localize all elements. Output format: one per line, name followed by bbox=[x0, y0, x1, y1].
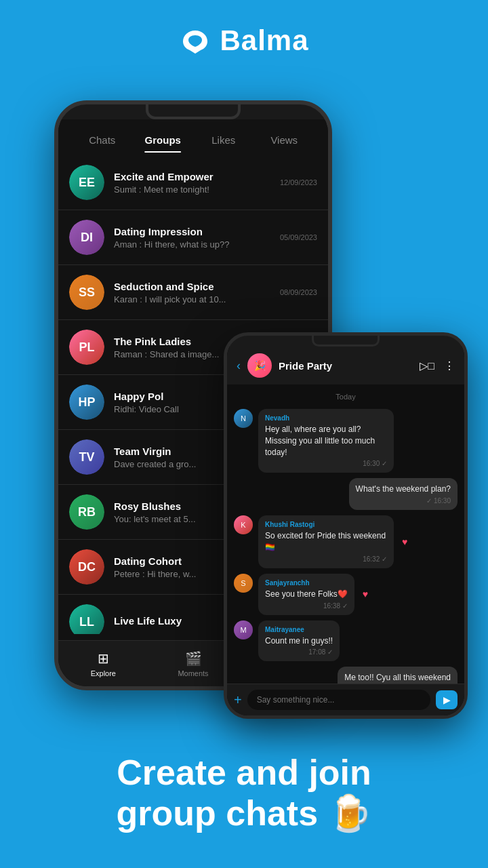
message-bubble: Sanjayranchh See you there Folks❤️ 16:38… bbox=[258, 574, 354, 615]
nav-moments-label: Moments bbox=[178, 669, 208, 677]
chat-preview: Karan : I will pick you at 10... bbox=[114, 294, 270, 304]
avatar: N bbox=[234, 409, 253, 428]
avatar: LL bbox=[69, 604, 104, 634]
balma-logo-icon bbox=[179, 28, 211, 54]
heart-reaction: ♥ bbox=[402, 536, 407, 547]
message-sender: Sanjayranchh bbox=[265, 579, 348, 587]
chat-time: 08/09/2023 bbox=[280, 288, 317, 296]
back-button[interactable]: ‹ bbox=[237, 359, 241, 373]
video-call-icon[interactable]: ▷□ bbox=[420, 359, 434, 372]
group-name: Dating Impression bbox=[114, 226, 270, 237]
app-header: Balma bbox=[0, 0, 488, 73]
avatar: M bbox=[234, 620, 253, 639]
avatar: K bbox=[234, 515, 253, 534]
tab-likes[interactable]: Likes bbox=[193, 130, 254, 150]
message-row: K Khushi Rastogi So excited for Pride th… bbox=[234, 515, 458, 568]
list-item[interactable]: EE Excite and Empower Sumit : Meet me to… bbox=[58, 155, 328, 210]
tagline-line1: Create and join bbox=[41, 753, 447, 793]
avatar: DI bbox=[69, 220, 104, 255]
add-attachment-button[interactable]: + bbox=[234, 692, 242, 708]
navigation-tabs: Chats Groups Likes Views bbox=[58, 119, 328, 155]
tab-chats[interactable]: Chats bbox=[72, 130, 133, 150]
message-row: Me too!! Cyu all this weekend ✓ 18:30 bbox=[234, 667, 458, 684]
chat-time: 05/09/2023 bbox=[280, 233, 317, 241]
message-bubble: Khushi Rastogi So excited for Pride this… bbox=[258, 515, 394, 568]
chat-preview: Aman : Hi there, what is up?? bbox=[114, 239, 270, 250]
message-text: Count me in guys!! bbox=[265, 635, 333, 647]
chat-detail-header: ‹ 🎉 Pride Party ▷□ ⋮ bbox=[227, 347, 464, 384]
chat-time: 12/09/2023 bbox=[280, 178, 317, 186]
message-input[interactable] bbox=[247, 690, 430, 710]
message-row: What's the weekend plan? ✓ 16:30 bbox=[234, 478, 458, 510]
message-bubble: Me too!! Cyu all this weekend ✓ 18:30 bbox=[338, 667, 458, 684]
moments-icon: 🎬 bbox=[185, 650, 202, 667]
avatar: SS bbox=[69, 275, 104, 310]
avatar: EE bbox=[69, 165, 104, 200]
avatar: TV bbox=[69, 439, 104, 475]
message-time: 16:32 ✓ bbox=[265, 555, 387, 563]
message-time: 16:30 ✓ bbox=[265, 460, 387, 467]
list-item[interactable]: DI Dating Impression Aman : Hi there, wh… bbox=[58, 210, 328, 265]
chat-title: Pride Party bbox=[279, 360, 413, 372]
send-icon: ▶ bbox=[443, 694, 451, 705]
message-text: See you there Folks❤️ bbox=[265, 589, 348, 600]
send-button[interactable]: ▶ bbox=[436, 690, 458, 709]
tagline-line2: group chats 🍺 bbox=[41, 793, 447, 834]
list-item[interactable]: SS Seduction and Spice Karan : I will pi… bbox=[58, 265, 328, 320]
message-bubble: Maitrayanee Count me in guys!! 17:08 ✓ bbox=[258, 620, 340, 662]
avatar: PL bbox=[69, 330, 104, 365]
message-sender: Maitrayanee bbox=[265, 626, 333, 633]
message-sender: Nevadh bbox=[265, 414, 387, 422]
more-options-icon[interactable]: ⋮ bbox=[444, 359, 455, 372]
heart-reaction: ♥ bbox=[363, 589, 368, 599]
message-time: 16:38 ✓ bbox=[265, 602, 348, 610]
group-avatar: 🎉 bbox=[247, 353, 272, 378]
message-text: Hey all, where are you all? Misssing you… bbox=[265, 424, 387, 458]
nav-explore[interactable]: ⊞ Explore bbox=[58, 650, 148, 677]
chat-preview: Sumit : Meet me tonight! bbox=[114, 184, 270, 195]
nav-explore-label: Explore bbox=[91, 669, 116, 677]
message-time: ✓ 16:30 bbox=[356, 497, 451, 505]
message-text: What's the weekend plan? bbox=[356, 484, 451, 495]
message-sender: Khushi Rastogi bbox=[265, 521, 387, 528]
message-time: 17:08 ✓ bbox=[265, 648, 333, 656]
tab-groups[interactable]: Groups bbox=[133, 130, 194, 150]
messages-area: Today N Nevadh Hey all, where are you al… bbox=[227, 384, 464, 684]
avatar: RB bbox=[69, 494, 104, 530]
phone-notch-1 bbox=[146, 104, 241, 119]
message-text: Me too!! Cyu all this weekend bbox=[344, 672, 451, 684]
message-bubble: Nevadh Hey all, where are you all? Misss… bbox=[258, 409, 394, 473]
avatar: HP bbox=[69, 384, 104, 420]
message-row: M Maitrayanee Count me in guys!! 17:08 ✓ bbox=[234, 620, 458, 662]
tagline-emoji: 🍺 bbox=[328, 793, 372, 833]
group-name: Excite and Empower bbox=[114, 171, 270, 182]
tagline-section: Create and join group chats 🍺 bbox=[0, 753, 488, 834]
chat-input-bar: + ▶ bbox=[227, 684, 464, 715]
avatar: DC bbox=[69, 549, 104, 585]
message-row: S Sanjayranchh See you there Folks❤️ 16:… bbox=[234, 574, 458, 615]
chat-screen: ‹ 🎉 Pride Party ▷□ ⋮ Today N Nevadh Hey … bbox=[227, 347, 464, 715]
message-row: N Nevadh Hey all, where are you all? Mis… bbox=[234, 409, 458, 473]
app-name: Balma bbox=[220, 24, 308, 57]
explore-icon: ⊞ bbox=[98, 650, 109, 667]
message-text: So excited for Pride this weekend 🏳️‍🌈 bbox=[265, 530, 387, 553]
header-actions: ▷□ ⋮ bbox=[420, 359, 455, 372]
phone-notch-2 bbox=[312, 336, 380, 347]
date-divider: Today bbox=[234, 390, 458, 403]
avatar: S bbox=[234, 574, 253, 593]
phone-device-2: ‹ 🎉 Pride Party ▷□ ⋮ Today N Nevadh Hey … bbox=[224, 332, 468, 719]
group-name: Seduction and Spice bbox=[114, 281, 270, 292]
tab-views[interactable]: Views bbox=[254, 130, 315, 150]
message-bubble: What's the weekend plan? ✓ 16:30 bbox=[349, 478, 458, 510]
